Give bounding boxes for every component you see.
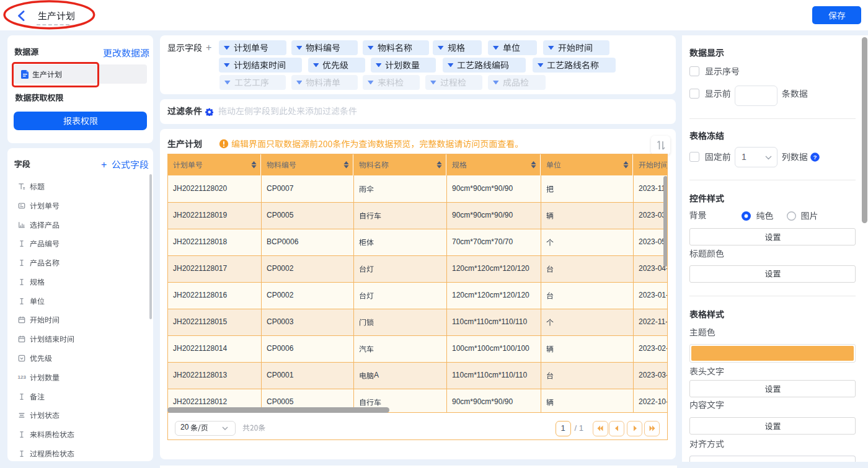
svg-text:?: ? [813,153,817,160]
